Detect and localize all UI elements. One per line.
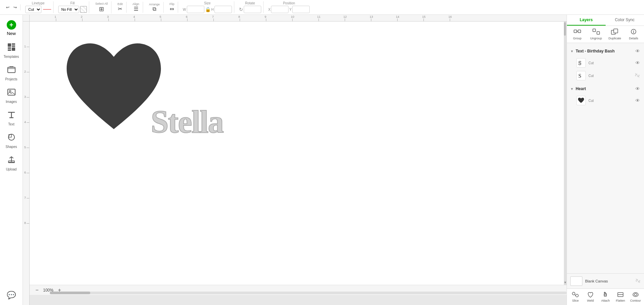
svg-point-23 — [576, 294, 578, 297]
attach-button[interactable]: Attach — [598, 290, 613, 304]
images-label: Images — [6, 100, 17, 104]
arrange-section: Arrange ⧉ — [146, 2, 164, 13]
tab-color-sync[interactable]: Color Sync — [606, 15, 644, 26]
weld-label: Weld — [587, 299, 594, 302]
heart-shape[interactable] — [63, 38, 164, 137]
heart-group-visibility-button[interactable]: 👁 — [635, 85, 641, 92]
fill-section: Fill No Fill — [56, 1, 89, 13]
panel-tabs: Layers Color Sync — [567, 15, 644, 26]
panel-bottom-actions: Slice Weld Attach — [567, 289, 644, 305]
size-h-input[interactable] — [214, 6, 232, 13]
scrollbar-thumb-h[interactable] — [50, 292, 90, 294]
scrollbar-down-arrow[interactable]: ▼ — [564, 280, 567, 285]
svg-rect-14 — [578, 30, 581, 33]
flip-section: Flip ⇔ — [166, 2, 178, 13]
layer-item-heart[interactable]: Cut 👁 — [567, 94, 644, 107]
details-icon — [630, 29, 637, 36]
layer-group-text-name: Text - Birthday Bash — [576, 49, 615, 53]
arrange-button[interactable]: Arrange ⧉ — [148, 2, 161, 13]
contour-icon — [632, 292, 639, 298]
templates-label: Templates — [4, 55, 19, 59]
canvas-workspace[interactable]: Stella − 100% + ▼ — [30, 22, 567, 295]
svg-text:Stella: Stella — [151, 104, 224, 139]
layer-cut-label-1: Cut — [588, 61, 594, 65]
weld-button[interactable]: Weld — [583, 290, 598, 304]
size-w-input[interactable] — [187, 6, 204, 13]
stella-text-wrapper[interactable]: Stella — [151, 102, 279, 141]
layer-group-text-header[interactable]: ▼ Text - Birthday Bash 👁 — [567, 46, 644, 56]
heart-visibility-button[interactable]: 👁 — [635, 97, 641, 104]
select-all-button[interactable]: Select All ⊞ — [94, 1, 109, 13]
layer-group-heart-name: Heart — [576, 86, 586, 91]
shapes-label: Shapes — [6, 145, 17, 149]
details-button[interactable]: Details — [624, 27, 643, 41]
svg-point-22 — [572, 292, 575, 295]
main-area: + New Templates — [0, 15, 644, 305]
y-label: Y — [289, 8, 292, 11]
fill-label: Fill — [70, 1, 75, 5]
duplicate-button[interactable]: Duplicate — [606, 27, 624, 41]
redo-button[interactable]: ↪ — [12, 4, 18, 10]
select-all-label: Select All — [95, 2, 108, 5]
sidebar-item-images[interactable]: Images — [2, 85, 21, 106]
layer-group-heart-header[interactable]: ▼ Heart 👁 — [567, 83, 644, 94]
contour-label: Contour — [630, 299, 641, 302]
rotate-section: Rotate ↻ — [237, 1, 264, 13]
position-section: Position X Y — [266, 1, 312, 13]
linetype-select[interactable]: Cut — [25, 6, 41, 13]
text-group-visibility-button[interactable]: 👁 — [635, 48, 641, 54]
text-label: Text — [8, 122, 14, 126]
contour-button[interactable]: Contour — [628, 290, 643, 304]
layer-1-visibility-button[interactable]: 👁 — [635, 60, 641, 66]
canvas-scrollbar-v[interactable]: ▼ — [564, 22, 567, 285]
sidebar-item-upload[interactable]: Upload — [2, 153, 21, 174]
scrollbar-thumb-v[interactable] — [564, 22, 566, 36]
svg-text:S: S — [578, 60, 581, 66]
svg-rect-4 — [8, 49, 11, 51]
canvas-area[interactable]: (function() { const data2 = {"marks":["1… — [23, 15, 567, 305]
fill-color-swatch[interactable] — [80, 6, 87, 13]
flip-button[interactable]: Flip ⇔ — [168, 2, 176, 13]
shapes-icon — [7, 133, 16, 144]
flatten-icon — [617, 292, 624, 298]
layer-2-visibility-button[interactable] — [634, 72, 641, 80]
ungroup-button[interactable]: Ungroup — [587, 27, 605, 41]
fill-select[interactable]: No Fill — [58, 6, 79, 13]
tab-layers[interactable]: Layers — [567, 15, 606, 26]
chevron-down-icon-2: ▼ — [570, 87, 574, 91]
select-all-section: Select All ⊞ — [92, 1, 111, 13]
sidebar-item-text[interactable]: Text — [2, 108, 21, 129]
sidebar-item-templates[interactable]: Templates — [2, 40, 21, 61]
svg-point-8 — [9, 90, 11, 92]
new-button[interactable]: + New — [2, 17, 21, 39]
undo-button[interactable]: ↩ — [5, 4, 11, 10]
flatten-button[interactable]: Flatten — [613, 290, 628, 304]
feedback-button[interactable]: 💬 — [2, 288, 21, 302]
new-label: New — [7, 31, 16, 36]
layer-item-s-solid[interactable]: S Cut — [567, 69, 644, 82]
blank-canvas-label: Blank Canvas — [585, 279, 633, 283]
size-label: Size — [204, 1, 210, 5]
position-x-input[interactable] — [271, 6, 289, 13]
group-button[interactable]: Group — [568, 27, 586, 41]
linetype-label: Linetype — [32, 1, 45, 5]
svg-point-26 — [634, 294, 637, 296]
group-icon — [574, 29, 581, 36]
layer-cut-label-2: Cut — [588, 74, 594, 78]
blank-canvas-visibility-button[interactable] — [635, 278, 641, 284]
group-label: Group — [573, 37, 581, 40]
align-button[interactable]: Align ☰ — [131, 2, 141, 13]
rotate-input[interactable] — [244, 6, 261, 13]
layer-item-s-outline[interactable]: S Cut 👁 — [567, 56, 644, 69]
edit-button[interactable]: Edit ✂ — [116, 2, 124, 13]
svg-rect-18 — [614, 29, 618, 33]
projects-icon — [7, 65, 16, 76]
layers-panel: ▼ Text - Birthday Bash 👁 S Cut 👁 — [567, 43, 644, 273]
blank-canvas-row[interactable]: Blank Canvas — [567, 273, 644, 289]
sidebar-item-shapes[interactable]: Shapes — [2, 130, 21, 151]
sidebar-item-projects[interactable]: Projects — [2, 63, 21, 84]
canvas-scrollbar-h[interactable] — [50, 292, 567, 294]
position-y-input[interactable] — [292, 6, 310, 13]
slice-button[interactable]: Slice — [568, 290, 583, 304]
zoom-out-button[interactable]: − — [34, 287, 40, 294]
